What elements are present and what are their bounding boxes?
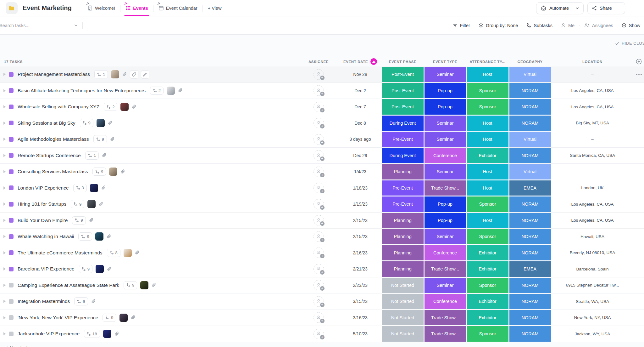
geography-badge[interactable]: NORAM	[509, 213, 551, 228]
tab-events[interactable]: Events	[120, 0, 153, 16]
subtask-count-badge[interactable]: 9	[71, 200, 84, 208]
event-phase-badge[interactable]: During Event	[382, 148, 424, 163]
expand-caret-icon[interactable]	[3, 300, 6, 303]
subtask-count-badge[interactable]: 9	[78, 232, 92, 241]
attachment-thumbnail[interactable]	[87, 200, 96, 208]
event-phase-badge[interactable]: Pre-Event	[382, 180, 424, 196]
geography-badge[interactable]: Virtual	[509, 67, 551, 82]
chevron-down-icon[interactable]	[575, 6, 579, 10]
add-assignee-button[interactable]: +	[314, 85, 324, 96]
status-square[interactable]	[9, 169, 14, 174]
event-phase-badge[interactable]: Planning	[382, 261, 424, 277]
subtask-count-badge[interactable]: 8	[107, 249, 120, 257]
paperclip-icon[interactable]	[89, 218, 94, 223]
event-type-badge[interactable]: Pop-up	[425, 83, 466, 99]
add-assignee-button[interactable]: +	[314, 183, 324, 193]
event-type-badge[interactable]: Seminar	[425, 278, 466, 293]
paperclip-icon[interactable]	[135, 250, 140, 255]
location-value[interactable]: London, UK	[581, 185, 603, 190]
event-type-badge[interactable]: Conference	[425, 245, 466, 261]
paperclip-icon[interactable]	[178, 88, 183, 93]
paperclip-icon[interactable]	[122, 72, 127, 77]
assignees-button[interactable]: Assignees	[584, 23, 613, 28]
geography-badge[interactable]: NORAM	[509, 148, 551, 163]
attendance-type-badge[interactable]: Sponsor	[467, 326, 508, 342]
event-type-badge[interactable]: Seminar	[425, 132, 466, 147]
event-date[interactable]: 2/21/23	[353, 266, 368, 271]
attachment-thumbnail[interactable]	[97, 119, 105, 127]
subtask-count-badge[interactable]: 2	[150, 87, 164, 95]
geography-badge[interactable]: NORAM	[509, 99, 551, 115]
location-value[interactable]: Seattle, WA, USA	[576, 299, 609, 304]
task-name[interactable]: Barcelona VIP Experience	[18, 266, 75, 272]
expand-caret-icon[interactable]	[3, 235, 6, 238]
task-name[interactable]: Hiring 101 for Startups	[18, 201, 66, 207]
subtask-count-badge[interactable]: 9	[103, 314, 116, 322]
event-date[interactable]: 1/19/23	[353, 202, 368, 207]
event-date[interactable]: 2/15/23	[353, 234, 368, 239]
attachment-thumbnail[interactable]	[140, 281, 148, 289]
task-name[interactable]: Integration Masterminds	[18, 299, 70, 304]
add-assignee-button[interactable]: +	[314, 312, 324, 323]
add-assignee-button[interactable]: +	[314, 69, 324, 80]
geography-badge[interactable]: EMEA	[509, 180, 551, 196]
status-square[interactable]	[9, 283, 14, 287]
geography-badge[interactable]: NORAM	[509, 196, 551, 212]
subtasks-button[interactable]: Subtasks	[526, 23, 552, 28]
paperclip-icon[interactable]	[130, 315, 136, 320]
column-header-event-date[interactable]: EVENT DATE	[339, 57, 381, 66]
attendance-type-badge[interactable]: Host	[467, 180, 508, 196]
event-phase-badge[interactable]: Planning	[382, 245, 424, 261]
attendance-type-badge[interactable]: Sponsor	[467, 83, 508, 99]
event-date[interactable]: Dec 2	[354, 88, 366, 93]
event-date[interactable]: 3/15/23	[353, 299, 368, 304]
tab-add-view[interactable]: + View	[203, 0, 227, 16]
location-value[interactable]: –	[591, 137, 594, 142]
task-name[interactable]: Camping Experience at Assateague State P…	[18, 282, 119, 288]
subtask-count-badge[interactable]: 1	[94, 70, 108, 78]
attachment-thumbnail[interactable]	[120, 103, 129, 111]
task-name[interactable]: Consulting Services Masterclass	[18, 169, 88, 174]
status-square[interactable]	[9, 121, 14, 125]
event-phase-badge[interactable]: Planning	[382, 164, 424, 179]
paperclip-icon[interactable]	[131, 104, 137, 110]
event-phase-badge[interactable]: Post-Event	[382, 99, 424, 115]
expand-caret-icon[interactable]	[3, 219, 6, 222]
attendance-type-badge[interactable]: Host	[467, 116, 508, 131]
status-square[interactable]	[9, 315, 14, 320]
attendance-type-badge[interactable]: Exhibitor	[467, 294, 508, 309]
tag-button[interactable]	[130, 70, 138, 79]
subtask-count-badge[interactable]: 9	[72, 216, 86, 225]
event-date[interactable]: 1/4/23	[354, 169, 366, 174]
task-name[interactable]: London VIP Experience	[18, 185, 69, 191]
geography-badge[interactable]: Virtual	[509, 164, 551, 179]
attendance-type-badge[interactable]: Sponsor	[467, 229, 508, 244]
event-phase-badge[interactable]: Post-Event	[382, 67, 424, 82]
expand-caret-icon[interactable]	[3, 332, 6, 335]
add-assignee-button[interactable]: +	[314, 199, 324, 209]
subtask-count-badge[interactable]: 1	[85, 151, 99, 160]
attendance-type-badge[interactable]: Exhibitor	[467, 148, 508, 163]
event-type-badge[interactable]: Seminar	[425, 164, 466, 179]
column-header-event-phase[interactable]: EVENT PHASE	[381, 57, 424, 66]
attachment-thumbnail[interactable]	[167, 87, 175, 95]
event-date[interactable]: 5/10/23	[353, 331, 368, 336]
tab-event-calendar[interactable]: Event Calendar	[153, 0, 203, 16]
paperclip-icon[interactable]	[106, 234, 112, 239]
add-assignee-button[interactable]: +	[314, 134, 324, 145]
location-value[interactable]: Big Sky, MT, USA	[576, 121, 609, 125]
event-date[interactable]: 1/18/23	[353, 185, 368, 191]
expand-caret-icon[interactable]	[3, 73, 6, 76]
geography-badge[interactable]: NORAM	[509, 310, 551, 326]
folder-icon[interactable]	[6, 2, 18, 14]
event-type-badge[interactable]: Trade Show...	[425, 261, 466, 277]
add-assignee-button[interactable]: +	[314, 118, 324, 128]
location-value[interactable]: New York, NY, USA	[574, 315, 611, 320]
event-date[interactable]: 2/23/23	[353, 283, 368, 288]
attendance-type-badge[interactable]: Host	[467, 67, 508, 82]
location-value[interactable]: Barcelona, Spain	[576, 267, 609, 271]
subtask-count-badge[interactable]: 18	[84, 330, 100, 338]
expand-caret-icon[interactable]	[3, 89, 6, 92]
event-date[interactable]: Dec 7	[354, 104, 366, 109]
task-name[interactable]: Jacksonhole VIP Experience	[18, 331, 80, 337]
